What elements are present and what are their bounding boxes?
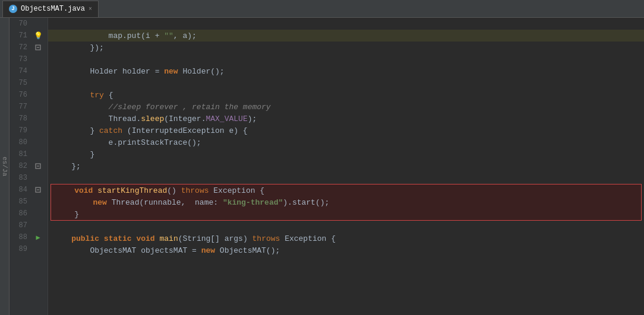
code-token: public [53,234,99,243]
code-token: main [159,234,178,243]
code-line: e.printStackTrace(); [48,136,644,148]
gutter-row: 84 [10,184,48,196]
java-file-icon: J [9,5,17,13]
line-number: 83 [10,174,32,182]
line-number: 70 [10,20,32,28]
code-token: sleep [141,114,164,123]
line-number: 73 [10,55,32,63]
gutter-row: 72 [10,42,48,53]
line-number: 87 [10,221,32,230]
code-token: new [201,246,215,255]
line-number-gutter: 7071💡7273747576777879808182838485868788▶… [10,18,48,315]
line-number: 85 [10,198,32,206]
code-token: Holder [53,67,122,76]
code-line [48,77,644,89]
line-number: 86 [10,209,32,218]
code-token: throws [252,234,280,243]
gutter-row: 77 [10,101,48,113]
code-token: Thread. [53,114,141,123]
code-token: }; [53,162,81,171]
code-token [155,234,160,243]
lightbulb-icon[interactable]: 💡 [32,31,44,40]
code-line: } [48,148,644,160]
code-token: ObjectsMAT objectsMAT = [53,246,201,255]
collapse-icon[interactable] [32,163,44,169]
code-token [93,186,97,195]
gutter-row: 88▶ [10,231,48,243]
code-token: } [53,126,99,135]
code-token: new [164,67,178,76]
code-token: catch [99,126,122,135]
line-number: 76 [10,91,32,99]
code-token: } [53,150,94,159]
code-token: throws [181,186,209,195]
gutter-row: 74 [10,65,48,77]
code-token: Holder(); [178,67,225,76]
gutter-row: 82 [10,160,48,172]
gutter-row: 86 [10,208,48,219]
line-number: 84 [10,186,32,194]
line-number: 79 [10,126,32,135]
tab-close-button[interactable]: × [89,6,92,12]
code-line: new Thread(runnable, name: "king-thread"… [51,196,641,208]
code-token: Thread(runnable, [107,198,195,207]
code-line [48,18,644,30]
code-token [99,234,104,243]
code-token [56,198,93,207]
code-line: try { [48,89,644,101]
line-number: 89 [10,245,32,253]
code-editor[interactable]: map.put(i + "", a); }); Holder holder = … [48,18,644,315]
code-token: (Integer. [164,114,206,123]
code-token: Exception { [280,234,336,243]
code-line: Thread.sleep(Integer.MAX_VALUE); [48,113,644,125]
code-token: startKingThread [97,186,167,195]
code-token: "king-thread" [223,198,283,207]
code-token: void [136,234,154,243]
code-token: e.printStackTrace(); [53,138,201,147]
gutter-row: 80 [10,136,48,148]
code-token: { [104,91,113,100]
code-token: //sleep forever , retain the memory [53,103,271,112]
gutter-row: 85 [10,196,48,208]
line-number: 77 [10,103,32,111]
code-line [48,172,644,184]
code-token: (String[] args) [178,234,252,243]
gutter-row: 81 [10,148,48,160]
code-token: ObjectsMAT(); [215,246,280,255]
code-token: "" [164,31,173,40]
line-number: 75 [10,79,32,87]
line-number: 71 [10,31,32,40]
collapse-icon[interactable] [32,44,44,50]
code-token: } [56,210,79,219]
code-line: }; [48,160,644,172]
run-icon[interactable]: ▶ [32,233,44,242]
tab-objectsmat[interactable]: J ObjectsMAT.java × [2,1,99,17]
code-line: }); [48,42,644,53]
code-token: }); [53,43,104,52]
tab-bar: J ObjectsMAT.java × [0,0,644,18]
code-token: () [167,186,181,195]
line-number: 81 [10,150,32,158]
editor-container: es/Ja 7071💡72737475767778798081828384858… [0,18,644,315]
line-number: 80 [10,138,32,147]
tab-label: ObjectsMAT.java [21,5,85,13]
code-token: static [104,234,132,243]
code-line [48,53,644,65]
code-token: , a); [173,31,197,40]
gutter-row: 87 [10,219,48,231]
code-token: map.put(i + [53,31,164,40]
collapse-icon[interactable] [32,187,44,193]
gutter-row: 70 [10,18,48,30]
code-line: ObjectsMAT objectsMAT = new ObjectsMAT()… [48,244,644,256]
code-token: try [53,91,104,100]
side-panel-label: es/Ja [0,18,10,315]
gutter-row: 71💡 [10,30,48,42]
code-line: } catch (InterruptedException e) { [48,125,644,136]
gutter-row: 76 [10,89,48,101]
line-number: 88 [10,233,32,241]
code-token [132,234,137,243]
code-line: } [51,208,641,220]
code-line: Holder holder = new Holder(); [48,65,644,77]
code-token: MAX_VALUE [206,114,247,123]
code-line: //sleep forever , retain the memory [48,101,644,113]
